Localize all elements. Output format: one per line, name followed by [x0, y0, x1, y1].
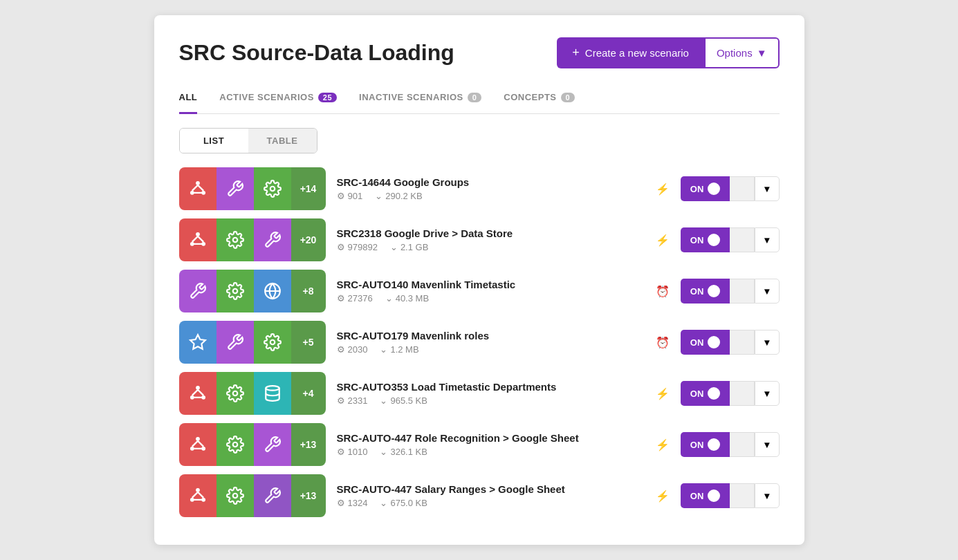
scenario-size-5: ⌄ 326.1 KB — [380, 447, 427, 457]
scenario-icon-6-2 — [254, 474, 291, 517]
scenario-extra-count-4: +4 — [291, 372, 326, 415]
scenario-dropdown-4[interactable]: ▼ — [755, 381, 779, 406]
toggle-on-button-4[interactable]: ON — [681, 381, 730, 406]
scenario-icon-2-2 — [254, 270, 291, 312]
svg-point-18 — [270, 340, 275, 345]
chevron-down-icon: ▼ — [762, 337, 771, 348]
gear-small-icon: ⚙ — [337, 447, 345, 457]
scenario-meta-1: ⚙ 979892 ⌄ 2.1 GB — [337, 242, 645, 252]
scenario-count-1: ⚙ 979892 — [337, 242, 378, 252]
scenario-extra-count-6: +13 — [291, 474, 326, 517]
scenario-icon-0-1 — [217, 167, 254, 210]
svg-point-0 — [196, 181, 200, 185]
scenario-icon-2-0 — [179, 270, 217, 312]
toggle-on-button-5[interactable]: ON — [681, 432, 730, 457]
page-title: SRC Source-Data Loading — [179, 40, 454, 66]
tab-concepts[interactable]: CONCEPTS 0 — [504, 85, 575, 114]
scenario-count-5: ⚙ 1010 — [337, 447, 368, 457]
options-button[interactable]: Options ▼ — [704, 37, 780, 68]
svg-point-34 — [196, 488, 200, 492]
clock-icon-3: ⏰ — [656, 336, 670, 349]
toggle-on-button-6[interactable]: ON — [681, 483, 730, 508]
scenario-icon-3-0 — [179, 321, 217, 364]
toggle-container-4: ON ▼ — [681, 381, 780, 406]
create-scenario-button[interactable]: + Create a new scenario — [557, 37, 704, 68]
scenario-dropdown-0[interactable]: ▼ — [755, 176, 779, 201]
chevron-down-icon: ▼ — [762, 389, 771, 399]
bolt-icon-6: ⚡ — [656, 489, 670, 503]
svg-point-27 — [196, 437, 200, 441]
toggle-on-button-2[interactable]: ON — [681, 279, 730, 304]
scenario-list: +14 SRC-14644 Google Groups ⚙ 901 ⌄ 290.… — [179, 167, 780, 517]
toggle-switch-6 — [730, 483, 755, 508]
download-icon: ⌄ — [390, 242, 398, 252]
scenario-size-2: ⌄ 40.3 MB — [385, 293, 429, 304]
clock-icon-2: ⏰ — [656, 285, 670, 298]
toggle-on-button-3[interactable]: ON — [681, 330, 730, 355]
chevron-down-icon: ▼ — [762, 491, 771, 501]
toggle-container-6: ON ▼ — [681, 483, 780, 508]
svg-point-40 — [232, 494, 237, 498]
table-view-button[interactable]: TABLE — [248, 129, 317, 153]
scenario-dropdown-5[interactable]: ▼ — [755, 432, 779, 457]
svg-point-14 — [232, 289, 237, 294]
toggle-switch-0 — [730, 176, 755, 201]
scenario-count-6: ⚙ 1324 — [337, 498, 368, 508]
scenario-dropdown-1[interactable]: ▼ — [755, 227, 779, 252]
scenario-info-3: SRC-AUTO179 Mavenlink roles ⚙ 2030 ⌄ 1.2… — [337, 330, 645, 355]
scenario-icon-2-1 — [217, 270, 254, 312]
header-actions: + Create a new scenario Options ▼ — [557, 37, 779, 68]
svg-point-19 — [196, 386, 200, 390]
toggle-on-button-0[interactable]: ON — [681, 176, 730, 201]
bolt-icon-1: ⚡ — [656, 234, 670, 247]
scenario-size-6: ⌄ 675.0 KB — [380, 498, 427, 508]
scenario-info-5: SRC-AUTO-447 Role Recognition > Google S… — [337, 432, 645, 457]
gear-small-icon: ⚙ — [337, 498, 345, 508]
svg-point-6 — [270, 187, 275, 192]
scenario-icon-3-2 — [254, 321, 291, 364]
list-view-button[interactable]: LIST — [180, 129, 248, 153]
tab-inactive-scenarios[interactable]: INACTIVE SCENARIOS 0 — [359, 85, 481, 114]
icon-strip: +4 — [179, 372, 326, 415]
scenario-dropdown-6[interactable]: ▼ — [755, 483, 779, 508]
scenario-dropdown-2[interactable]: ▼ — [755, 279, 779, 304]
toggle-container-2: ON ▼ — [681, 279, 780, 304]
scenario-icon-6-0 — [179, 474, 217, 517]
chevron-down-icon: ▼ — [762, 440, 771, 450]
svg-line-38 — [198, 492, 203, 498]
scenario-icon-0-2 — [254, 167, 291, 210]
scenario-icon-4-0 — [179, 372, 217, 415]
scenario-dropdown-3[interactable]: ▼ — [755, 330, 779, 355]
scenario-name-5: SRC-AUTO-447 Role Recognition > Google S… — [337, 432, 645, 444]
scenario-icon-1-2 — [254, 218, 291, 261]
scenario-count-3: ⚙ 2030 — [337, 344, 368, 355]
toggle-on-button-1[interactable]: ON — [681, 227, 730, 252]
chevron-down-icon: ▼ — [757, 47, 767, 59]
table-row: +13 SRC-AUTO-447 Role Recognition > Goog… — [179, 423, 780, 466]
toggle-container-3: ON ▼ — [681, 330, 780, 355]
table-row: +5 SRC-AUTO179 Mavenlink roles ⚙ 2030 ⌄ … — [179, 321, 780, 364]
gear-small-icon: ⚙ — [337, 242, 345, 252]
icon-strip: +13 — [179, 423, 326, 466]
scenario-extra-count-0: +14 — [291, 167, 326, 210]
scenario-icon-0-0 — [179, 167, 217, 210]
icon-strip: +5 — [179, 321, 326, 364]
tab-active-scenarios[interactable]: ACTIVE SCENARIOS 25 — [219, 85, 337, 114]
scenario-info-0: SRC-14644 Google Groups ⚙ 901 ⌄ 290.2 KB — [337, 176, 645, 201]
toggle-container-5: ON ▼ — [681, 432, 780, 457]
scenario-icon-3-1 — [217, 321, 254, 364]
scenario-info-6: SRC-AUTO-447 Salary Ranges > Google Shee… — [337, 483, 645, 508]
concepts-badge: 0 — [561, 93, 575, 102]
tab-all[interactable]: ALL — [179, 85, 198, 114]
scenario-meta-0: ⚙ 901 ⌄ 290.2 KB — [337, 191, 645, 201]
svg-point-25 — [232, 391, 237, 396]
toggle-switch-1 — [730, 227, 755, 252]
icon-strip: +14 — [179, 167, 326, 210]
svg-line-23 — [198, 390, 203, 395]
scenario-name-0: SRC-14644 Google Groups — [337, 176, 645, 188]
bolt-icon-4: ⚡ — [656, 387, 670, 400]
icon-strip: +13 — [179, 474, 326, 517]
svg-marker-17 — [190, 335, 205, 349]
download-icon: ⌄ — [380, 447, 387, 457]
icon-strip: +8 — [179, 270, 326, 312]
